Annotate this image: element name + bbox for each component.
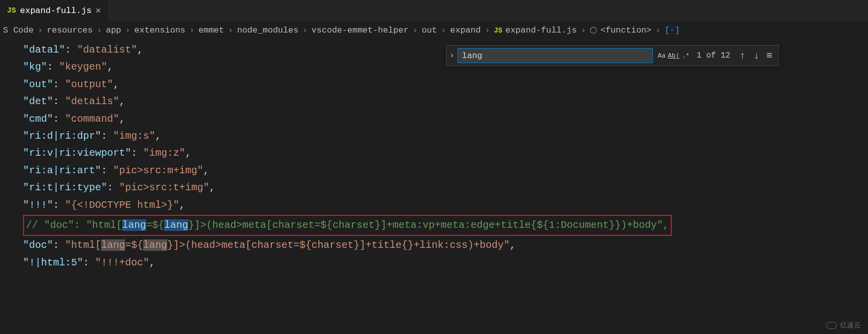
- chevron-right-icon: ›: [412, 26, 417, 35]
- breadcrumb: S Code › resources › app › extensions › …: [0, 22, 868, 39]
- code-line[interactable]: "ri:d|ri:dpr": "img:s",: [23, 128, 845, 145]
- breadcrumb-item[interactable]: app: [106, 26, 121, 35]
- find-widget: › Aa Ab| .* 1 of 12 ↑ ↓ ≡: [446, 45, 779, 66]
- breadcrumb-item[interactable]: resources: [47, 26, 93, 35]
- chevron-right-icon: ›: [656, 26, 661, 35]
- breadcrumb-item[interactable]: expand: [450, 26, 481, 35]
- chevron-right-icon: ›: [38, 26, 43, 35]
- tab-bar: JS expand-full.js ×: [0, 0, 868, 22]
- chevron-right-icon: ›: [228, 26, 233, 35]
- find-menu-icon[interactable]: ≡: [763, 50, 775, 62]
- regex-toggle[interactable]: .*: [680, 50, 692, 62]
- match-case-toggle[interactable]: Aa: [656, 50, 668, 62]
- breadcrumb-item[interactable]: emmet: [199, 26, 224, 35]
- code-line[interactable]: "out": "output",: [23, 76, 845, 93]
- watermark-text: 亿速云: [840, 321, 861, 330]
- expand-find-replace-toggle[interactable]: ›: [447, 51, 458, 60]
- code-line[interactable]: "ri:t|ri:type": "pic>src:t+img",: [23, 179, 845, 196]
- code-line[interactable]: "ri:a|ri:art": "pic>src:m+img",: [23, 162, 845, 179]
- code-line[interactable]: "det": "details",: [23, 93, 845, 110]
- chevron-right-icon: ›: [485, 26, 490, 35]
- find-match-count: 1 of 12: [692, 51, 735, 60]
- chevron-right-icon: ›: [125, 26, 130, 35]
- tab-label: expand-full.js: [20, 6, 92, 16]
- file-tab[interactable]: JS expand-full.js ×: [0, 0, 109, 22]
- editor-content[interactable]: "datal": "datalist","kg": "keygen","out"…: [0, 39, 868, 274]
- chevron-right-icon: ›: [441, 26, 446, 35]
- watermark: 亿速云: [826, 321, 861, 330]
- chevron-right-icon: ›: [97, 26, 102, 35]
- code-line[interactable]: "!|html:5": "!!!+doc",: [23, 254, 845, 271]
- code-line[interactable]: "cmd": "command",: [23, 111, 845, 128]
- find-input[interactable]: [458, 48, 653, 63]
- match-whole-word-toggle[interactable]: Ab|: [668, 50, 680, 62]
- close-icon[interactable]: ×: [96, 6, 101, 16]
- next-match-button[interactable]: ↓: [749, 50, 763, 62]
- breadcrumb-symbol[interactable]: <function>: [600, 26, 651, 35]
- symbol-array-icon: [◦]: [665, 26, 680, 35]
- chevron-right-icon: ›: [581, 26, 586, 35]
- cloud-icon: [826, 322, 837, 329]
- chevron-right-icon: ›: [302, 26, 307, 35]
- breadcrumb-item[interactable]: node_modules: [237, 26, 298, 35]
- breadcrumb-item[interactable]: extensions: [134, 26, 185, 35]
- symbol-function-icon: ⬡: [590, 25, 597, 36]
- code-line[interactable]: "!!!": "{<!DOCTYPE html>}",: [23, 197, 845, 214]
- code-line[interactable]: "doc": "html[lang=${lang}]>(head>meta[ch…: [23, 237, 845, 254]
- code-line[interactable]: // "doc": "html[lang=${lang}]>(head>meta…: [23, 214, 845, 237]
- breadcrumb-file[interactable]: expand-full.js: [505, 26, 577, 35]
- breadcrumb-item[interactable]: vscode-emmet-helper: [311, 26, 408, 35]
- js-file-icon: JS: [7, 7, 16, 15]
- breadcrumb-item[interactable]: S Code: [3, 26, 34, 35]
- previous-match-button[interactable]: ↑: [735, 50, 749, 62]
- breadcrumb-item[interactable]: out: [421, 26, 437, 35]
- chevron-right-icon: ›: [189, 26, 194, 35]
- code-line[interactable]: "ri:v|ri:viewport": "img:z",: [23, 145, 845, 162]
- js-file-icon: JS: [494, 27, 503, 35]
